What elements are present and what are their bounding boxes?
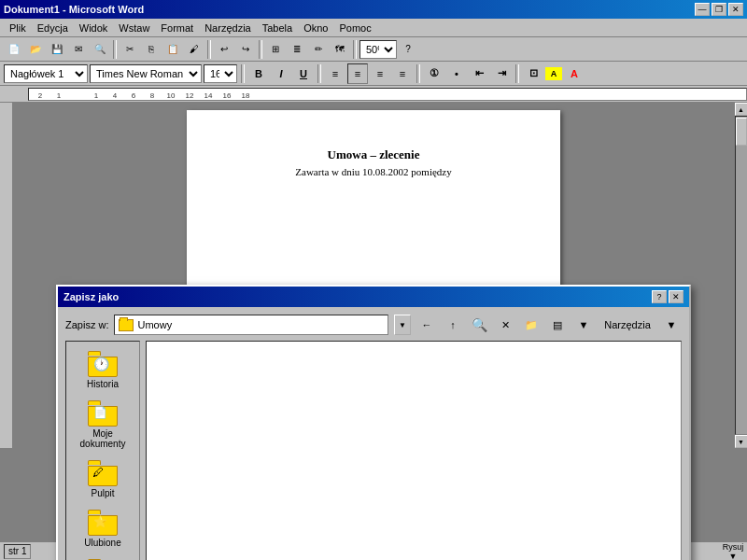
menu-format[interactable]: Format: [155, 21, 199, 35]
print-preview-button[interactable]: 🔍: [90, 39, 110, 60]
desktop-icon: 🖊: [88, 460, 118, 486]
increase-indent-button[interactable]: ⇥: [491, 63, 512, 84]
columns-button[interactable]: ≣: [287, 39, 307, 60]
views-arrow-button[interactable]: ▼: [573, 315, 594, 335]
decrease-indent-button[interactable]: ⇤: [469, 63, 489, 84]
highlight-button[interactable]: A: [545, 67, 562, 80]
format-painter-button[interactable]: 🖌: [184, 39, 204, 60]
bold-button[interactable]: B: [248, 63, 269, 84]
historia-icon: 🕐: [88, 351, 118, 377]
redo-button[interactable]: ↪: [235, 39, 256, 60]
ruler-marks: 2 1 1 4 6 8 10 12 14 16 18: [29, 89, 746, 100]
italic-button[interactable]: I: [271, 63, 291, 84]
menu-bar: Plik Edycja Widok Wstaw Format Narzędzia…: [0, 19, 747, 37]
border-button[interactable]: ⊡: [523, 63, 543, 84]
tools-button[interactable]: Narzędzia: [599, 315, 655, 335]
align-center-button[interactable]: ≡: [347, 63, 368, 84]
separator-4: [353, 40, 357, 59]
sidebar-moje-dokumenty-label: Moje dokumenty: [73, 428, 133, 449]
sidebar-historia-label: Historia: [87, 379, 119, 389]
table-button[interactable]: ⊞: [265, 39, 286, 60]
menu-okno[interactable]: Okno: [298, 21, 333, 35]
close-button[interactable]: ✕: [728, 3, 743, 16]
menu-pomoc[interactable]: Pomoc: [333, 21, 376, 35]
menu-narzedzia[interactable]: Narzędzia: [199, 21, 257, 35]
fmt-separator-2: [317, 64, 321, 83]
tools-arrow-button[interactable]: ▼: [661, 315, 682, 335]
dialog-body: Zapisz w: Umowy ▼ ← ↑ 🔍 ✕ 📁 ▤ ▼ Narzędzi…: [58, 307, 689, 560]
views-button[interactable]: ▤: [547, 315, 568, 335]
main-area: Umowa – zlecenie Zawarta w dniu 10.08.20…: [0, 103, 747, 448]
font-color-button[interactable]: A: [564, 63, 585, 84]
copy-button[interactable]: ⎘: [141, 39, 162, 60]
folder-icon: [119, 319, 134, 331]
drawing-mode-button[interactable]: Rysuj ▼: [723, 544, 743, 559]
dialog-title-bar: Zapisz jako ? ✕: [58, 287, 689, 307]
main-toolbar: 📄 📂 💾 ✉ 🔍 ✂ ⎘ 📋 🖌 ↩ ↪ ⊞ ≣ ✏ 🗺 50% ?: [0, 37, 747, 62]
title-bar: Dokument1 - Microsoft Word — ❐ ✕: [0, 0, 747, 19]
align-left-button[interactable]: ≡: [325, 63, 345, 84]
zoom-dropdown[interactable]: 50%: [359, 40, 397, 59]
font-dropdown[interactable]: Times New Roman: [90, 64, 202, 83]
sidebar-moje-dokumenty[interactable]: 📄 Moje dokumenty: [69, 397, 136, 453]
separator-3: [259, 40, 262, 59]
help-button[interactable]: ?: [398, 39, 418, 60]
ruler-content: 2 1 1 4 6 8 10 12 14 16 18: [28, 88, 747, 101]
numbering-button[interactable]: ①: [424, 63, 444, 84]
save-in-value: Umowy: [137, 319, 172, 330]
cut-button[interactable]: ✂: [120, 39, 140, 60]
menu-tabela[interactable]: Tabela: [257, 21, 298, 35]
menu-edycja[interactable]: Edycja: [32, 21, 74, 35]
save-in-arrow-button[interactable]: ▼: [394, 315, 411, 335]
save-in-label: Zapisz w:: [65, 319, 108, 330]
docmap-button[interactable]: 🗺: [330, 39, 350, 60]
align-right-button[interactable]: ≡: [370, 63, 390, 84]
sidebar-historia[interactable]: 🕐 Historia: [69, 347, 136, 393]
sidebar-pulpit-label: Pulpit: [91, 488, 114, 498]
save-in-dropdown[interactable]: Umowy: [114, 315, 388, 335]
separator-1: [113, 40, 117, 59]
justify-button[interactable]: ≡: [392, 63, 413, 84]
drawing-button[interactable]: ✏: [308, 39, 329, 60]
fmt-separator-4: [515, 64, 519, 83]
open-button[interactable]: 📂: [25, 39, 46, 60]
file-list: [146, 341, 682, 560]
save-in-row: Zapisz w: Umowy ▼ ← ↑ 🔍 ✕ 📁 ▤ ▼ Narzędzi…: [65, 315, 682, 335]
up-nav-button[interactable]: ↑: [443, 315, 463, 335]
dialog-help-button[interactable]: ?: [652, 290, 667, 303]
menu-widok[interactable]: Widok: [74, 21, 114, 35]
horizontal-ruler: 2 1 1 4 6 8 10 12 14 16 18: [0, 86, 747, 103]
sidebar-ulubione[interactable]: ⭐ Ulubione: [69, 506, 136, 552]
sidebar-pulpit[interactable]: 🖊 Pulpit: [69, 456, 136, 502]
dialog-close-button[interactable]: ✕: [669, 290, 684, 303]
dialog-title: Zapisz jako: [63, 291, 119, 302]
style-dropdown[interactable]: Nagłówek 1: [4, 64, 88, 83]
menu-plik[interactable]: Plik: [4, 21, 32, 35]
restore-button[interactable]: ❐: [712, 3, 726, 16]
fmt-separator-1: [241, 64, 245, 83]
new-folder-button[interactable]: 📁: [521, 315, 542, 335]
save-button[interactable]: 💾: [47, 39, 67, 60]
new-button[interactable]: 📄: [4, 39, 24, 60]
minimize-button[interactable]: —: [695, 3, 710, 16]
window-controls: — ❐ ✕: [695, 3, 743, 16]
menu-wstaw[interactable]: Wstaw: [113, 21, 155, 35]
my-docs-icon: 📄: [88, 400, 118, 427]
bullets-button[interactable]: •: [446, 63, 467, 84]
dialog-title-buttons: ? ✕: [652, 290, 684, 303]
fmt-separator-3: [416, 64, 420, 83]
save-as-dialog: Zapisz jako ? ✕ Zapisz w: Umowy ▼ ← ↑: [56, 285, 691, 560]
back-nav-button[interactable]: ←: [416, 315, 437, 335]
sidebar-ulubione-label: Ulubione: [84, 538, 120, 548]
page-status: str 1: [4, 544, 31, 559]
sidebar-network[interactable]: 🌐 Moje miejsca sieciowe: [69, 555, 136, 560]
size-dropdown[interactable]: 16: [204, 64, 237, 83]
dialog-sidebar: 🕐 Historia 📄 Moje dokumenty: [65, 341, 140, 560]
undo-button[interactable]: ↩: [214, 39, 234, 60]
paste-button[interactable]: 📋: [162, 39, 183, 60]
search-nav-button[interactable]: 🔍: [469, 315, 489, 335]
email-button[interactable]: ✉: [68, 39, 89, 60]
delete-nav-button[interactable]: ✕: [495, 315, 515, 335]
favorites-icon: ⭐: [88, 510, 118, 536]
underline-button[interactable]: U: [293, 63, 314, 84]
